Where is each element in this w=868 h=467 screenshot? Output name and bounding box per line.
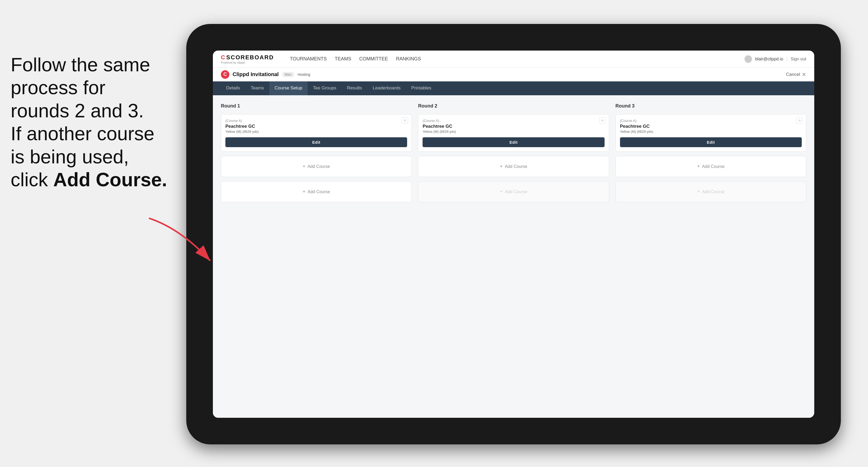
add-course-1-label: Add Course xyxy=(308,164,330,169)
add-course-r2-1-plus-icon: + xyxy=(500,164,503,169)
tab-course-setup[interactable]: Course Setup xyxy=(269,82,308,95)
round-2-remove-button[interactable]: ○ xyxy=(599,117,606,123)
tournament-name: Clippd Invitational xyxy=(232,71,279,77)
add-course-r3-1-label: Add Course xyxy=(702,164,724,169)
round-1-course-details: Yellow (M) (6629 yds) xyxy=(225,130,407,133)
round-1-edit-button[interactable]: Edit xyxy=(225,137,407,147)
tab-tee-groups[interactable]: Tee Groups xyxy=(308,82,342,95)
round-1-add-course-1[interactable]: + Add Course xyxy=(221,156,412,177)
logo-text: SCOREBOARD xyxy=(226,54,274,61)
top-nav: C SCOREBOARD Powered by clippd TOURNAMEN… xyxy=(213,51,814,68)
nav-teams[interactable]: TEAMS xyxy=(335,55,351,63)
round-3-course-details: Yellow (M) (6629 yds) xyxy=(620,130,802,133)
cancel-label: Cancel xyxy=(786,72,800,77)
round-1-title: Round 1 xyxy=(221,103,412,109)
main-content: Round 1 (Course A) Peachtree GC Yellow (… xyxy=(213,95,814,418)
add-course-r2-1-label: Add Course xyxy=(505,164,527,169)
cancel-button[interactable]: Cancel ✕ xyxy=(786,71,806,78)
tab-printables[interactable]: Printables xyxy=(406,82,437,95)
sign-out-link[interactable]: Sign out xyxy=(790,57,806,61)
add-course-2-label: Add Course xyxy=(308,189,330,194)
round-2-column: Round 2 (Course A) Peachtree GC Yellow (… xyxy=(418,103,609,202)
tablet-frame: C SCOREBOARD Powered by clippd TOURNAMEN… xyxy=(186,24,841,444)
round-1-remove-button[interactable]: ○ xyxy=(402,117,408,123)
scoreboard-logo: C SCOREBOARD xyxy=(221,54,274,61)
add-course-r2-2-plus-icon: + xyxy=(500,189,503,194)
round-3-column: Round 3 (Course A) Peachtree GC Yellow (… xyxy=(616,103,806,202)
add-course-r3-1-plus-icon: + xyxy=(697,164,700,169)
nav-rankings[interactable]: RANKINGS xyxy=(396,55,421,63)
nav-items: TOURNAMENTS TEAMS COMMITTEE RANKINGS xyxy=(290,55,734,63)
logo-area: C SCOREBOARD Powered by clippd xyxy=(221,54,274,64)
round-3-remove-button[interactable]: ○ xyxy=(797,117,803,123)
instruction-text: Follow the same process for rounds 2 and… xyxy=(0,42,197,202)
add-course-r3-2-plus-icon: + xyxy=(697,189,700,194)
round-2-edit-button[interactable]: Edit xyxy=(423,137,604,147)
nav-right: blair@clippd.io | Sign out xyxy=(745,55,806,63)
tab-teams[interactable]: Teams xyxy=(245,82,269,95)
add-course-r2-2-label: Add Course xyxy=(505,189,527,194)
round-1-course-label: (Course A) xyxy=(225,119,407,123)
round-3-edit-button[interactable]: Edit xyxy=(620,137,802,147)
user-email: blair@clippd.io xyxy=(755,57,783,61)
round-2-course-name: Peachtree GC xyxy=(423,124,604,129)
round-3-title: Round 3 xyxy=(616,103,806,109)
nav-committee[interactable]: COMMITTEE xyxy=(359,55,388,63)
tablet-screen: C SCOREBOARD Powered by clippd TOURNAMEN… xyxy=(213,51,814,418)
round-2-title: Round 2 xyxy=(418,103,609,109)
round-3-course-name: Peachtree GC xyxy=(620,124,802,129)
logo-c-letter: C xyxy=(221,54,225,61)
round-3-course-label: (Course A) xyxy=(620,119,802,123)
tab-leaderboards[interactable]: Leaderboards xyxy=(368,82,406,95)
round-1-course-card: (Course A) Peachtree GC Yellow (M) (6629… xyxy=(221,114,412,152)
logo-subtext: Powered by clippd xyxy=(221,61,274,64)
tournament-logo: C xyxy=(221,70,229,79)
remove-icon-r3: ○ xyxy=(799,118,801,122)
tab-details[interactable]: Details xyxy=(221,82,245,95)
round-1-column: Round 1 (Course A) Peachtree GC Yellow (… xyxy=(221,103,412,202)
sub-header-left: C Clippd Invitational Men Hosting xyxy=(221,70,310,79)
round-3-add-course-2: + Add Course xyxy=(616,181,806,202)
round-2-add-course-1[interactable]: + Add Course xyxy=(418,156,609,177)
tab-bar: Details Teams Course Setup Tee Groups Re… xyxy=(213,82,814,95)
round-1-add-course-2[interactable]: + Add Course xyxy=(221,181,412,202)
round-1-course-name: Peachtree GC xyxy=(225,124,407,129)
add-course-r3-2-label: Add Course xyxy=(702,189,724,194)
rounds-grid: Round 1 (Course A) Peachtree GC Yellow (… xyxy=(221,103,806,202)
men-badge: Men xyxy=(282,72,294,77)
nav-divider: | xyxy=(786,57,787,61)
add-course-2-plus-icon: + xyxy=(303,189,306,194)
add-course-1-plus-icon: + xyxy=(303,164,306,169)
hosting-badge: Hosting xyxy=(298,72,310,76)
remove-icon: ○ xyxy=(404,118,406,122)
round-3-course-card: (Course A) Peachtree GC Yellow (M) (6629… xyxy=(616,114,806,152)
remove-icon-r2: ○ xyxy=(601,118,603,122)
close-icon: ✕ xyxy=(802,71,806,78)
user-avatar xyxy=(745,55,752,63)
nav-tournaments[interactable]: TOURNAMENTS xyxy=(290,55,327,63)
round-2-course-card: (Course A) Peachtree GC Yellow (M) (6629… xyxy=(418,114,609,152)
round-3-add-course-1[interactable]: + Add Course xyxy=(616,156,806,177)
tab-results[interactable]: Results xyxy=(342,82,368,95)
round-2-course-label: (Course A) xyxy=(423,119,604,123)
round-2-course-details: Yellow (M) (6629 yds) xyxy=(423,130,604,133)
sub-header: C Clippd Invitational Men Hosting Cancel… xyxy=(213,68,814,82)
round-2-add-course-2: + Add Course xyxy=(418,181,609,202)
